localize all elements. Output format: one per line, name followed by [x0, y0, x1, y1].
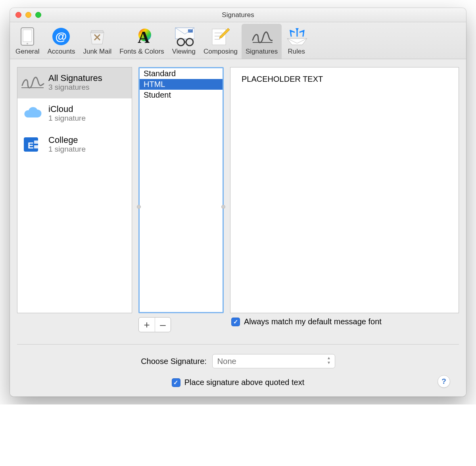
panels-row: All Signatures 3 signatures iCloud 1 sig…: [17, 67, 459, 313]
choose-signature-select[interactable]: None ▲▼: [212, 354, 335, 368]
signature-preview[interactable]: PLACEHOLDER TEXT: [230, 67, 459, 313]
resize-handle-left[interactable]: [137, 205, 141, 209]
svg-text:E: E: [28, 141, 34, 150]
help-button-label: ?: [441, 377, 446, 386]
glasses-envelope-icon: [173, 26, 194, 47]
toolbar-item-label: General: [15, 48, 39, 56]
trash-icon: [86, 26, 108, 47]
account-count: 3 signatures: [48, 83, 102, 92]
svg-marker-20: [287, 39, 307, 45]
toolbar-item-label: Rules: [288, 48, 305, 56]
close-window-button[interactable]: [15, 12, 21, 18]
content-area: All Signatures 3 signatures iCloud 1 sig…: [10, 59, 466, 397]
account-name: College: [48, 135, 86, 145]
svg-rect-27: [34, 141, 40, 144]
preferences-window: Signatures General @ Accounts Junk Mail: [10, 8, 466, 397]
place-above-label: Place signature above quoted text: [184, 378, 304, 387]
font-color-icon: A: [131, 26, 152, 47]
toolbar-item-label: Viewing: [172, 48, 196, 56]
signatures-list[interactable]: Standard HTML Student: [138, 67, 224, 313]
exchange-icon: E: [21, 133, 44, 156]
toolbar-item-junk-mail[interactable]: Junk Mail: [79, 24, 115, 59]
resize-handle-right[interactable]: [221, 205, 225, 209]
select-arrows-icon: ▲▼: [327, 356, 331, 365]
add-remove-group: + –: [138, 317, 171, 332]
match-font-checkbox[interactable]: ✓: [231, 318, 240, 326]
choose-signature-row: Choose Signature: None ▲▼: [17, 354, 459, 368]
bottom-section: Choose Signature: None ▲▼ ✓ Place signat…: [17, 354, 459, 397]
choose-signature-value: None: [217, 357, 236, 366]
toolbar-item-composing[interactable]: Composing: [200, 24, 242, 59]
phone-icon: [17, 26, 38, 47]
toolbar-item-label: Signatures: [246, 48, 278, 56]
svg-rect-14: [212, 29, 226, 45]
toolbar-item-label: Fonts & Colors: [119, 48, 164, 56]
accounts-list[interactable]: All Signatures 3 signatures iCloud 1 sig…: [17, 67, 132, 313]
svg-point-12: [186, 39, 193, 46]
signature-item-standard[interactable]: Standard: [140, 68, 223, 79]
signature-item-html[interactable]: HTML: [140, 79, 223, 90]
account-item-college[interactable]: E College 1 signature: [17, 129, 132, 160]
help-button[interactable]: ?: [438, 375, 450, 388]
svg-text:A: A: [138, 28, 150, 46]
divider: [17, 344, 459, 345]
toolbar: General @ Accounts Junk Mail: [10, 22, 466, 59]
compose-pencil-icon: [210, 26, 231, 47]
window-title: Signatures: [10, 11, 466, 19]
account-item-icloud[interactable]: iCloud 1 signature: [17, 98, 132, 129]
toolbar-item-rules[interactable]: Rules: [282, 24, 311, 59]
choose-signature-label: Choose Signature:: [141, 357, 207, 366]
toolbar-item-signatures[interactable]: Signatures: [242, 24, 282, 59]
toolbar-item-viewing[interactable]: Viewing: [168, 24, 200, 59]
toolbar-item-label: Junk Mail: [83, 48, 111, 56]
icloud-icon: [21, 102, 44, 125]
place-above-checkbox[interactable]: ✓: [172, 378, 180, 387]
svg-point-2: [27, 43, 28, 44]
toolbar-item-accounts[interactable]: @ Accounts: [43, 24, 79, 59]
minimize-window-button[interactable]: [25, 12, 31, 18]
preview-text: PLACEHOLDER TEXT: [242, 75, 323, 83]
rules-arrows-icon: [286, 26, 307, 47]
account-name: All Signatures: [48, 73, 102, 83]
window-controls: [15, 8, 41, 22]
zoom-window-button[interactable]: [35, 12, 41, 18]
account-count: 1 signature: [48, 114, 86, 123]
signature-icon: [251, 26, 273, 47]
match-font-label: Always match my default message font: [244, 317, 382, 326]
titlebar: Signatures: [10, 8, 466, 22]
toolbar-item-label: Accounts: [47, 48, 75, 56]
toolbar-item-label: Composing: [203, 48, 238, 56]
signature-item-student[interactable]: Student: [140, 90, 223, 100]
add-signature-button[interactable]: +: [139, 318, 155, 332]
svg-point-11: [177, 39, 184, 46]
svg-text:@: @: [56, 30, 67, 43]
signature-icon: [21, 71, 44, 94]
svg-rect-1: [23, 30, 32, 42]
match-font-row: ✓ Always match my default message font: [231, 317, 382, 326]
account-item-all-signatures[interactable]: All Signatures 3 signatures: [17, 67, 132, 98]
account-name: iCloud: [48, 104, 86, 114]
toolbar-item-general[interactable]: General: [12, 24, 43, 59]
panel-controls: + – ✓ Always match my default message fo…: [17, 317, 459, 332]
toolbar-item-fonts-colors[interactable]: A Fonts & Colors: [115, 24, 168, 59]
svg-rect-10: [188, 29, 193, 33]
account-count: 1 signature: [48, 145, 86, 154]
svg-marker-23: [296, 28, 299, 31]
at-sign-icon: @: [50, 26, 72, 47]
remove-signature-button[interactable]: –: [155, 318, 171, 332]
svg-rect-28: [34, 145, 40, 148]
place-above-row: ✓ Place signature above quoted text: [17, 378, 459, 387]
